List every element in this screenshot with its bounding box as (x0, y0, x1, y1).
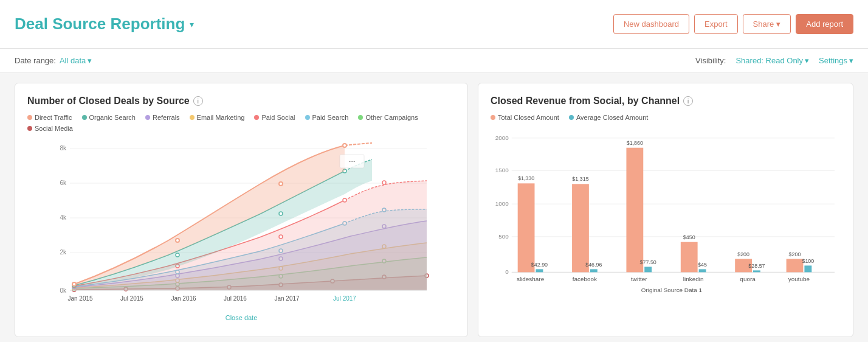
svg-text:2k: 2k (60, 249, 67, 256)
svg-text:linkedin: linkedin (683, 276, 704, 282)
svg-text:$200: $200 (737, 251, 749, 257)
legend-item-direct: Direct Traffic (27, 114, 72, 121)
date-range-value[interactable]: All data ▾ (60, 56, 92, 65)
closed-revenue-info-icon[interactable]: i (683, 96, 693, 106)
bar-youtube-avg (804, 265, 811, 272)
legend-label-total: Total Closed Amount (498, 114, 559, 121)
legend-dot-avg (569, 115, 574, 120)
svg-text:2000: 2000 (495, 134, 509, 141)
closed-deals-chart-card: Number of Closed Deals by Source i Direc… (15, 83, 468, 337)
closed-revenue-chart-title: Closed Revenue from Social, by Channel i (491, 96, 841, 106)
svg-text:0k: 0k (60, 287, 67, 294)
legend-item-other: Other Campaigns (358, 114, 418, 121)
svg-text:$42.90: $42.90 (531, 262, 548, 268)
share-button[interactable]: Share ▾ (743, 14, 791, 34)
title-dropdown-icon[interactable]: ▾ (190, 19, 194, 29)
visibility-label: Visibility: (695, 56, 726, 65)
legend-dot-total (491, 115, 495, 120)
export-button[interactable]: Export (694, 14, 738, 34)
svg-text:Jul 2015: Jul 2015 (120, 295, 143, 302)
svg-text:1000: 1000 (495, 200, 509, 207)
svg-point-39 (382, 181, 386, 184)
svg-text:$1,315: $1,315 (572, 176, 588, 182)
header: Deal Source Reporting ▾ New dashboard Ex… (0, 0, 868, 49)
svg-text:$45: $45 (698, 262, 707, 268)
legend-label-direct: Direct Traffic (35, 114, 72, 121)
svg-text:$77.50: $77.50 (640, 259, 656, 265)
svg-text:facebook: facebook (573, 276, 597, 282)
closed-revenue-legend: Total Closed Amount Average Closed Amoun… (491, 114, 841, 121)
legend-label-paid-social: Paid Social (261, 114, 295, 121)
svg-text:Jan 2017: Jan 2017 (274, 295, 300, 302)
legend-label-paid-search: Paid Search (312, 114, 349, 121)
visibility-controls: Visibility: Shared: Read Only ▾ Settings… (695, 56, 853, 65)
closed-deals-chart-title: Number of Closed Deals by Source i (27, 96, 455, 106)
svg-text:$450: $450 (683, 234, 695, 240)
legend-item-email: Email Marketing (190, 114, 245, 121)
legend-item-total: Total Closed Amount (491, 114, 559, 121)
svg-text:Jul 2017: Jul 2017 (333, 295, 356, 302)
svg-text:4k: 4k (60, 214, 67, 221)
svg-text:quora: quora (740, 276, 756, 282)
bar-quora-avg (753, 270, 760, 272)
bar-slideshare-total (518, 183, 535, 272)
svg-text:----: ---- (349, 158, 356, 164)
svg-text:1500: 1500 (495, 167, 509, 173)
legend-label-referrals: Referrals (153, 114, 180, 121)
dashboard-content: Number of Closed Deals by Source i Direc… (0, 73, 868, 342)
svg-text:$46.96: $46.96 (585, 262, 602, 268)
add-report-button[interactable]: Add report (796, 14, 853, 34)
svg-text:$28.57: $28.57 (748, 263, 765, 269)
closed-revenue-chart-card: Closed Revenue from Social, by Channel i… (478, 83, 853, 337)
closed-deals-info-icon[interactable]: i (193, 96, 203, 106)
legend-dot-direct (27, 115, 32, 120)
svg-point-41 (176, 253, 179, 257)
bar-slideshare-avg (536, 269, 543, 272)
legend-label-organic: Organic Search (89, 114, 136, 121)
legend-dot-email (190, 115, 195, 120)
svg-text:Jul 2016: Jul 2016 (224, 295, 247, 302)
bar-facebook-total (572, 184, 589, 272)
bar-linkedin-avg (699, 269, 706, 272)
bar-twitter-avg (644, 267, 652, 272)
bar-youtube-total (787, 259, 804, 272)
svg-point-46 (72, 282, 76, 286)
legend-label-email: Email Marketing (197, 114, 245, 121)
legend-dot-organic (82, 115, 87, 120)
svg-text:6k: 6k (60, 180, 67, 186)
legend-dot-referrals (145, 115, 150, 120)
svg-text:0: 0 (505, 268, 509, 275)
legend-item-paid-search: Paid Search (305, 114, 349, 121)
svg-text:youtube: youtube (788, 276, 810, 282)
bar-linkedin-total (681, 242, 698, 273)
bar-twitter-total (626, 148, 643, 273)
svg-text:8k: 8k (60, 145, 67, 152)
visibility-value[interactable]: Shared: Read Only ▾ (735, 56, 809, 65)
title-area: Deal Source Reporting ▾ (15, 15, 194, 33)
svg-text:$100: $100 (802, 258, 814, 264)
bar-facebook-avg (590, 269, 598, 272)
svg-text:slideshare: slideshare (517, 276, 545, 282)
svg-point-38 (343, 198, 346, 202)
page-title: Deal Source Reporting (15, 15, 185, 33)
legend-item-social-media: Social Media (27, 125, 73, 132)
settings-button[interactable]: Settings ▾ (819, 56, 853, 65)
legend-dot-paid-search (305, 115, 310, 120)
legend-item-referrals: Referrals (145, 114, 180, 121)
closed-deals-legend: Direct Traffic Organic Search Referrals … (27, 114, 455, 132)
svg-text:twitter: twitter (631, 276, 647, 282)
svg-text:$200: $200 (789, 251, 801, 257)
legend-item-organic: Organic Search (82, 114, 136, 121)
closed-deals-svg: 8k 6k 4k 2k 0k (27, 139, 455, 310)
svg-point-47 (176, 239, 179, 242)
left-chart-x-label: Close date (27, 314, 455, 321)
svg-text:$1,860: $1,860 (627, 140, 643, 146)
legend-label-avg: Average Closed Amount (576, 114, 648, 121)
legend-dot-social-media (27, 126, 32, 131)
svg-point-42 (279, 212, 283, 215)
svg-text:Jan 2015: Jan 2015 (67, 295, 93, 302)
new-dashboard-button[interactable]: New dashboard (613, 14, 689, 34)
svg-text:Jan 2016: Jan 2016 (171, 295, 196, 302)
header-buttons: New dashboard Export Share ▾ Add report (613, 14, 853, 34)
svg-point-37 (279, 235, 283, 239)
